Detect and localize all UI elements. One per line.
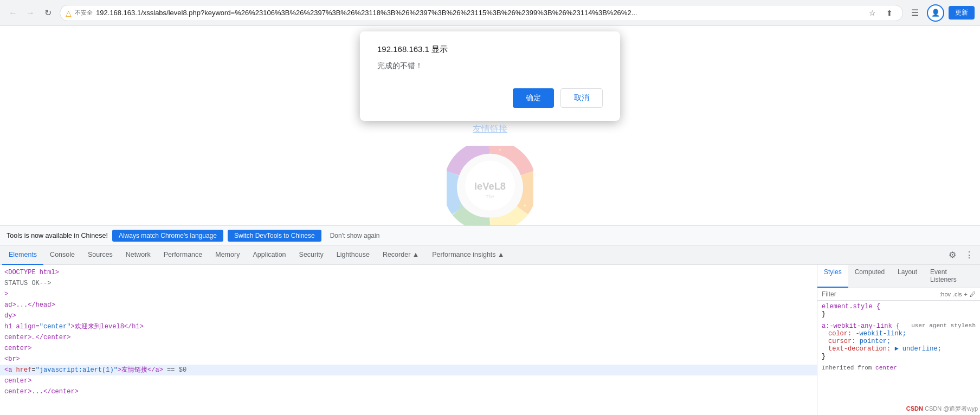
code-line: center> [0, 343, 817, 354]
devtools-notification: Tools is now available in Chinese! Alway… [0, 225, 980, 245]
tab-application[interactable]: Application [246, 245, 292, 265]
filter-icon[interactable]: 🖊 [970, 291, 976, 297]
page-area: 192.168.163.1 显示 完成的不错！ 确定 取消 友情链接 [0, 26, 980, 225]
url-text: 192.168.163.1/xsslabs/level8.php?keyword… [96, 9, 861, 17]
filter-add[interactable]: + [964, 291, 968, 297]
code-line: h1 align="center">欢迎来到level8</h1> [0, 321, 817, 332]
code-line: STATUS OK--> [0, 278, 817, 289]
alert-dialog: 192.168.163.1 显示 完成的不错！ 确定 取消 [360, 31, 620, 121]
page-friendship-link[interactable]: 友情链接 [473, 124, 507, 135]
address-bar[interactable]: △ 不安全 192.168.163.1/xsslabs/level8.php?k… [60, 5, 903, 21]
csdn-label: CSDN [906, 405, 923, 412]
code-line: center>…</center> [0, 332, 817, 343]
refresh-button[interactable]: ↻ [40, 5, 55, 21]
svg-point-4 [526, 174, 529, 177]
dialog-message: 完成的不错！ [377, 61, 603, 71]
code-line: center>...</center> [0, 386, 817, 397]
svg-point-3 [499, 149, 501, 151]
tab-performance-insights[interactable]: Performance insights ▲ [425, 245, 511, 265]
code-line: dy> [0, 310, 817, 321]
svg-point-2 [488, 146, 492, 150]
code-line: center> [0, 375, 817, 386]
code-keyword: DOCTYPE html [8, 269, 55, 276]
style-rule-header: a:-webkit-any-link { user agent stylesh [822, 322, 976, 330]
insecure-label: 不安全 [75, 9, 93, 17]
watermark-author: CSDN @追梦者wyp [925, 405, 978, 412]
dialog-cancel-button[interactable]: 取消 [560, 88, 603, 108]
svg-text:The: The [486, 194, 494, 199]
devtools-content: <DOCTYPE html> STATUS OK--> > ad>...</he… [0, 265, 980, 415]
styles-tab-event-listeners[interactable]: Event Listeners [924, 265, 980, 288]
tab-elements[interactable]: Elements [2, 245, 43, 265]
style-rule-element: element.style { } [822, 303, 976, 318]
devtools-more-button[interactable]: ⋮ [960, 245, 978, 265]
tab-console[interactable]: Console [43, 245, 81, 265]
style-prop-cursor: cursor: pointer; [828, 338, 976, 345]
forward-button[interactable]: → [23, 5, 38, 21]
share-button[interactable]: ⬆ [882, 5, 897, 21]
styles-tab-layout[interactable]: Layout [891, 265, 924, 288]
styles-content: element.style { } a:-webkit-any-link { u… [817, 301, 980, 374]
code-line: <br> [0, 354, 817, 365]
dialog-ok-button[interactable]: 确定 [513, 88, 554, 108]
styles-filter: :hov .cls + 🖊 [817, 288, 980, 301]
style-props: color: -webkit-link; cursor: pointer; te… [822, 330, 976, 353]
tab-lighthouse[interactable]: Lighthouse [330, 245, 376, 265]
tab-recorder[interactable]: Recorder ▲ [376, 245, 425, 265]
styles-tab-styles[interactable]: Styles [817, 265, 848, 288]
style-inherited-label: Inherited from center [822, 365, 976, 371]
style-prop-text-decoration: text-decoration: ► underline; [828, 345, 976, 353]
devtools-tabs: Elements Console Sources Network Perform… [0, 245, 980, 265]
styles-tabs: Styles Computed Layout Event Listeners [817, 265, 980, 288]
svg-text:leVeL8: leVeL8 [474, 180, 506, 192]
nav-buttons: ← → ↻ [5, 5, 55, 21]
dialog-buttons: 确定 取消 [377, 88, 603, 108]
profile-button[interactable]: 👤 [927, 4, 944, 22]
tab-sources[interactable]: Sources [81, 245, 119, 265]
style-prop-color: color: -webkit-link; [828, 330, 976, 338]
tab-performance[interactable]: Performance [157, 245, 209, 265]
csdn-watermark: CSDN CSDN @追梦者wyp [906, 405, 978, 413]
styles-tab-computed[interactable]: Computed [848, 265, 891, 288]
style-selector: element.style { [822, 303, 976, 310]
tab-security[interactable]: Security [293, 245, 330, 265]
devtools-settings-button[interactable]: ⚙ [944, 245, 960, 265]
code-line-highlighted[interactable]: <a href="javascript:alert(1)">友情链接</a> =… [0, 365, 817, 375]
address-bar-actions: ☆ ⬆ [865, 5, 897, 21]
svg-point-5 [524, 204, 526, 206]
devtools-panel: Elements Console Sources Network Perform… [0, 245, 980, 415]
filter-hov[interactable]: :hov [939, 291, 951, 297]
style-source: user agent stylesh [911, 322, 976, 330]
notification-text: Tools is now available in Chinese! [7, 232, 108, 239]
switch-devtools-chinese-button[interactable]: Switch DevTools to Chinese [228, 230, 321, 242]
style-close-brace: } [822, 310, 976, 318]
browser-chrome: ← → ↻ △ 不安全 192.168.163.1/xsslabs/level8… [0, 0, 980, 26]
tab-network[interactable]: Network [119, 245, 157, 265]
styles-filter-input[interactable] [822, 290, 937, 298]
svg-point-6 [459, 204, 462, 207]
update-button[interactable]: 更新 [949, 6, 975, 20]
dont-show-again-button[interactable]: Don't show again [326, 230, 384, 242]
svg-point-7 [454, 174, 456, 177]
tab-memory[interactable]: Memory [209, 245, 246, 265]
style-rule-webkit-link: a:-webkit-any-link { user agent stylesh … [822, 322, 976, 360]
code-line: <DOCTYPE html> [0, 267, 817, 278]
dialog-title: 192.168.163.1 显示 [377, 44, 603, 55]
filter-cls[interactable]: .cls [953, 291, 962, 297]
back-button[interactable]: ← [5, 5, 21, 21]
bookmark-button[interactable]: ☆ [865, 5, 880, 21]
page-logo: leVeL8 The [447, 146, 533, 225]
sidebar-toggle[interactable]: ☰ [907, 5, 923, 21]
code-line: ad>...</head> [0, 300, 817, 310]
elements-code-panel: <DOCTYPE html> STATUS OK--> > ad>...</he… [0, 265, 817, 415]
styles-panel: Styles Computed Layout Event Listeners :… [817, 265, 980, 415]
warning-icon: △ [66, 9, 72, 17]
code-comment: STATUS OK--> [4, 280, 51, 287]
code-line: > [0, 289, 817, 300]
always-match-language-button[interactable]: Always match Chrome's language [112, 230, 223, 242]
